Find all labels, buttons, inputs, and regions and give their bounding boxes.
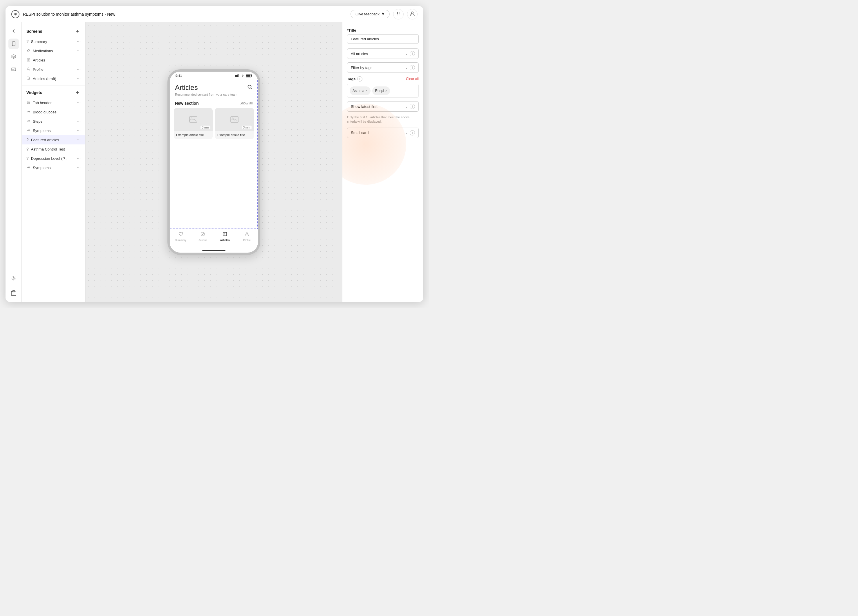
medications-icon [26,48,31,53]
phone-view-button[interactable] [8,39,19,49]
featured-articles-more-icon[interactable]: ··· [77,137,81,143]
blood-glucose-more-icon[interactable]: ··· [77,109,81,115]
phone-home-indicator [202,250,225,251]
sidebar-item-featured-articles[interactable]: ? Featured articles ··· [22,135,85,144]
tag-asthma-remove[interactable]: × [365,89,368,93]
widgets-label: Widgets [26,90,42,95]
app-title: RESPI solution to monitor asthma symptom… [23,12,347,17]
topbar-right: Give feedback ⚑ ⠿ [351,9,418,19]
icon-rail [6,22,22,302]
phone-mockup: 9:41 Articles Recommended content f [168,69,260,255]
draft-more-icon[interactable]: ··· [77,76,81,81]
asthma-control-more-icon[interactable]: ··· [77,146,81,152]
tag-respi-remove[interactable]: × [385,89,387,93]
draft-icon [26,76,31,81]
phone-nav-articles[interactable]: Articles [214,231,236,242]
tag-asthma-label: Asthma [353,89,364,93]
clipboard-button[interactable] [8,288,19,298]
sidebar-item-label: Asthma Control Test [31,147,75,151]
user-account-button[interactable] [407,9,418,19]
svg-point-24 [246,233,248,234]
sidebar-item-asthma-control[interactable]: ? Asthma Control Test ··· [22,144,85,154]
tags-info-icon[interactable]: i [357,76,362,82]
phone-card-1-duration: 3 min [201,126,210,129]
back-button[interactable] [8,26,19,36]
filter-by-tags-dropdown[interactable]: Filter by tags ⌄ i [347,62,419,73]
steps-more-icon[interactable]: ··· [77,119,81,124]
display-dropdown[interactable]: Small card ⌄ i [347,127,419,138]
sidebar-item-tab-header[interactable]: Tab header ··· [22,98,85,107]
person-icon [244,231,250,238]
symptoms2-more-icon[interactable]: ··· [77,165,81,170]
svg-point-14 [242,76,243,76]
sidebar: Screens + ? Summary ··· Medications ··· … [22,22,85,302]
summary-more-icon[interactable]: ··· [77,39,81,44]
nav-profile-label: Profile [243,239,251,242]
grid-menu-button[interactable]: ⠿ [393,9,404,19]
phone-card-2-image: 3 min [215,108,254,131]
gallery-button[interactable] [8,64,19,74]
svg-rect-12 [237,74,238,77]
sidebar-item-summary[interactable]: ? Summary ··· [22,37,85,46]
sidebar-item-articles[interactable]: Articles ··· [22,55,85,65]
nav-articles-label: Articles [220,239,230,242]
filter-tags-info-icon[interactable]: i [410,65,415,70]
filter-info-icon[interactable]: i [410,51,415,56]
display-label: Small card [351,130,368,135]
phone-bottom-nav: Summary Actions Articles [170,229,258,250]
medications-more-icon[interactable]: ··· [77,48,81,53]
sidebar-item-label: Symptoms [33,129,75,133]
svg-rect-11 [236,75,237,77]
sidebar-item-profile[interactable]: Profile ··· [22,65,85,74]
profile-icon [26,67,31,72]
articles-more-icon[interactable]: ··· [77,57,81,63]
phone-time: 9:41 [176,74,182,78]
sidebar-item-symptoms2[interactable]: Symptoms ··· [22,163,85,172]
nav-summary-label: Summary [175,239,187,242]
articles-hint: Only the first 15 articles that meet the… [347,115,419,124]
phone-show-all[interactable]: Show all [240,101,253,105]
display-dropdown-right: ⌄ i [405,130,415,135]
tags-clear-button[interactable]: Clear all [406,77,419,81]
feedback-flag-icon: ⚑ [381,12,385,16]
svg-rect-1 [12,42,15,46]
settings-button[interactable] [8,273,19,283]
nav-actions-label: Actions [199,239,207,242]
tab-header-more-icon[interactable]: ··· [77,100,81,105]
sidebar-item-depression[interactable]: ? Depression Level (P... ··· [22,154,85,163]
sidebar-item-label: Articles [33,58,75,62]
feedback-button[interactable]: Give feedback ⚑ [351,10,390,18]
symptoms-more-icon[interactable]: ··· [77,128,81,133]
sidebar-item-articles-draft[interactable]: Articles (draft) ··· [22,74,85,83]
featured-articles-icon: ? [26,138,29,142]
sort-dropdown[interactable]: Show latest first ⌄ i [347,101,419,112]
widgets-section-header: Widgets + [22,88,85,98]
sidebar-item-steps[interactable]: Steps ··· [22,116,85,126]
filter-chevron-icon: ⌄ [405,52,408,56]
blood-glucose-icon [26,110,31,115]
layers-button[interactable] [8,51,19,62]
sidebar-item-symptoms[interactable]: Symptoms ··· [22,126,85,135]
phone-nav-actions[interactable]: Actions [192,231,214,242]
svg-point-23 [201,232,205,236]
depression-more-icon[interactable]: ··· [77,156,81,161]
title-input[interactable] [347,34,419,44]
add-screen-button[interactable]: + [74,28,81,34]
profile-more-icon[interactable]: ··· [77,67,81,72]
sort-info-icon[interactable]: i [410,104,415,109]
sort-label: Show latest first [351,104,378,109]
phone-card-2-text: Example article title [215,131,254,139]
filter-label: All articles [351,52,368,56]
svg-point-8 [28,68,29,69]
sidebar-item-blood-glucose[interactable]: Blood glucose ··· [22,107,85,116]
phone-search-icon[interactable] [247,84,253,92]
filter-dropdown[interactable]: All articles ⌄ i [347,48,419,59]
add-widget-button[interactable]: + [74,89,81,96]
sidebar-item-medications[interactable]: Medications ··· [22,46,85,55]
phone-nav-summary[interactable]: Summary [170,231,192,242]
phone-nav-profile[interactable]: Profile [236,231,258,242]
display-info-icon[interactable]: i [410,130,415,135]
sidebar-divider [22,85,85,86]
topbar: ⊕ RESPI solution to monitor asthma sympt… [6,6,423,22]
user-icon [410,11,415,17]
